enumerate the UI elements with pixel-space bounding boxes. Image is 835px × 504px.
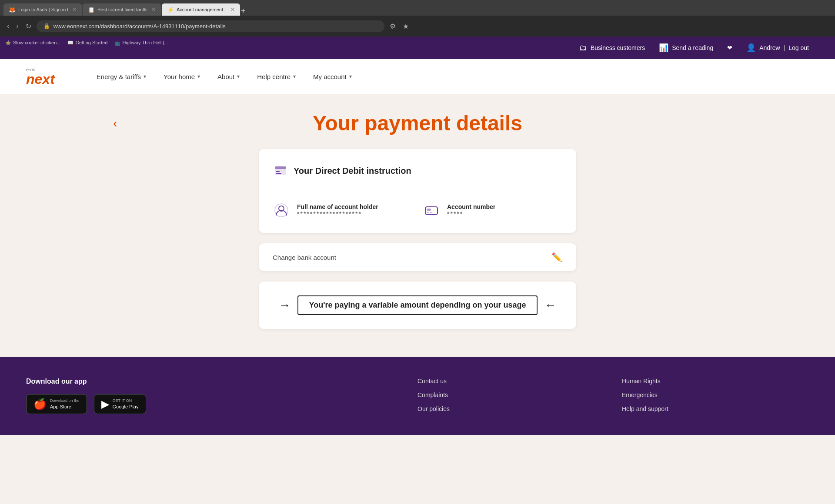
account-number-label: Account number bbox=[447, 203, 495, 210]
send-reading-label: Send a reading bbox=[672, 44, 713, 51]
change-bank-row: Change bank account ✏️ bbox=[259, 243, 576, 271]
change-bank-label: Change bank account bbox=[273, 254, 336, 261]
account-holder-info: Full name of account holder ************… bbox=[297, 203, 378, 217]
reload-button[interactable]: ↻ bbox=[24, 20, 33, 32]
footer-emergencies[interactable]: Emergencies bbox=[622, 391, 809, 398]
eon-next-logo: e·on next bbox=[26, 67, 55, 86]
svg-rect-3 bbox=[276, 173, 281, 174]
user-icon: 👤 bbox=[746, 43, 756, 53]
card-divider bbox=[259, 191, 576, 191]
browser-tab-2[interactable]: 📋 Best current fixed tariffs? ✕ bbox=[83, 3, 161, 16]
logo-area[interactable]: e·on next bbox=[26, 67, 55, 86]
bookmark-1-icon: 🍲 bbox=[5, 40, 11, 46]
tab-close-2[interactable]: ✕ bbox=[151, 7, 156, 13]
bookmark-1-label: Slow cooker chicken... bbox=[13, 40, 60, 45]
browser-titlebar: 🦊 Login to Asda | Sign in to... ✕ 📋 Best… bbox=[0, 0, 835, 16]
nav-help-centre[interactable]: Help centre ▾ bbox=[250, 70, 303, 84]
google-play-text: GET IT ON Google Play bbox=[113, 398, 139, 410]
variable-message: You're paying a variable amount dependin… bbox=[309, 301, 526, 309]
nav-your-home[interactable]: Your home ▾ bbox=[157, 70, 207, 84]
footer-links-col1: Contact us Complaints Our policies bbox=[418, 378, 605, 414]
nav-home-label: Your home bbox=[164, 73, 195, 80]
bookmark-3-label: Highway Thru Hell |... bbox=[122, 40, 168, 45]
footer-policies[interactable]: Our policies bbox=[418, 405, 605, 412]
variable-message-box: You're paying a variable amount dependin… bbox=[297, 295, 537, 315]
tab-close-1[interactable]: ✕ bbox=[72, 7, 77, 13]
footer-app-section: Download our app 🍎 Download on the App S… bbox=[26, 378, 400, 414]
card-fields: Full name of account holder ************… bbox=[273, 202, 562, 219]
logout-label[interactable]: Log out bbox=[788, 44, 809, 51]
apple-icon: 🍎 bbox=[33, 398, 47, 410]
google-play-badge[interactable]: ▶ GET IT ON Google Play bbox=[94, 394, 146, 414]
nav-my-account[interactable]: My account ▾ bbox=[306, 70, 359, 84]
svg-rect-1 bbox=[275, 166, 286, 169]
svg-rect-2 bbox=[276, 171, 280, 172]
business-customers-link[interactable]: 🗂 Business customers bbox=[579, 43, 645, 53]
footer-links-col2: Human Rights Emergencies Help and suppor… bbox=[622, 378, 809, 414]
direct-debit-header: Your Direct Debit instruction bbox=[273, 163, 562, 179]
footer-content: Download our app 🍎 Download on the App S… bbox=[26, 378, 809, 414]
footer-complaints[interactable]: Complaints bbox=[418, 391, 605, 398]
direct-debit-card: Your Direct Debit instruction Full name … bbox=[259, 149, 576, 233]
lock-icon: 🔒 bbox=[43, 23, 50, 29]
arrow-left-icon: ← bbox=[544, 298, 557, 312]
footer-human-rights[interactable]: Human Rights bbox=[622, 378, 809, 385]
zoom-button[interactable]: ⚙ bbox=[388, 20, 397, 32]
account-number-info: Account number ***** bbox=[447, 203, 495, 217]
browser-chrome: 🦊 Login to Asda | Sign in to... ✕ 📋 Best… bbox=[0, 0, 835, 36]
app-store-name: App Store bbox=[50, 404, 80, 410]
tab-close-3[interactable]: ✕ bbox=[230, 7, 235, 13]
google-play-sub-label: GET IT ON bbox=[113, 398, 139, 404]
direct-debit-title: Your Direct Debit instruction bbox=[294, 166, 411, 176]
forward-nav-button[interactable]: › bbox=[14, 20, 20, 32]
nav-energy-chevron: ▾ bbox=[144, 73, 146, 80]
heart-link[interactable]: ❤ bbox=[727, 44, 732, 51]
nav-help-label: Help centre bbox=[257, 73, 291, 80]
page-header: ‹ Your payment details bbox=[26, 111, 809, 135]
bookmark-3-icon: 📺 bbox=[114, 40, 120, 46]
bookmark-2[interactable]: 📖 Getting Started bbox=[67, 40, 107, 46]
business-icon: 🗂 bbox=[579, 43, 587, 53]
account-number-field: Account number ***** bbox=[423, 202, 562, 219]
browser-tab-3[interactable]: ⚡ Account management | Pa ✕ bbox=[162, 3, 240, 16]
back-nav-button[interactable]: ‹ bbox=[5, 20, 11, 32]
address-text: www.eonnext.com/dashboard/accounts/A-149… bbox=[53, 23, 226, 30]
change-bank-card: Change bank account ✏️ bbox=[259, 243, 576, 271]
address-bar[interactable]: 🔒 www.eonnext.com/dashboard/accounts/A-1… bbox=[37, 20, 384, 32]
footer-help-support[interactable]: Help and support bbox=[622, 405, 809, 412]
nav-about[interactable]: About ▾ bbox=[210, 70, 247, 84]
logo-next-text: next bbox=[26, 72, 55, 86]
send-reading-link[interactable]: 📊 Send a reading bbox=[659, 43, 713, 53]
account-holder-label: Full name of account holder bbox=[297, 203, 378, 210]
browser-tabs: 🦊 Login to Asda | Sign in to... ✕ 📋 Best… bbox=[3, 0, 246, 16]
nav-about-chevron: ▾ bbox=[237, 73, 240, 80]
app-store-sub-label: Download on the bbox=[50, 398, 80, 404]
main-nav: e·on next Energy & tariffs ▾ Your home ▾… bbox=[0, 59, 835, 94]
account-holder-field: Full name of account holder ************… bbox=[273, 202, 412, 219]
svg-rect-7 bbox=[427, 209, 431, 211]
nav-account-chevron: ▾ bbox=[349, 73, 352, 80]
nav-account-label: My account bbox=[313, 73, 347, 80]
app-store-badge[interactable]: 🍎 Download on the App Store bbox=[26, 394, 87, 414]
bookmark-2-label: Getting Started bbox=[75, 40, 107, 45]
footer-contact-us[interactable]: Contact us bbox=[418, 378, 605, 385]
variable-amount-card: → You're paying a variable amount depend… bbox=[259, 282, 576, 329]
app-badges: 🍎 Download on the App Store ▶ GET IT ON … bbox=[26, 394, 400, 414]
nav-home-chevron: ▾ bbox=[197, 73, 200, 80]
edit-icon[interactable]: ✏️ bbox=[551, 252, 562, 262]
business-customers-label: Business customers bbox=[591, 44, 645, 51]
divider: | bbox=[784, 44, 785, 51]
footer: Download our app 🍎 Download on the App S… bbox=[0, 357, 835, 435]
bookmark-button[interactable]: ★ bbox=[401, 20, 411, 32]
back-button[interactable]: ‹ bbox=[113, 116, 117, 130]
arrow-right-icon: → bbox=[278, 298, 291, 312]
bookmark-1[interactable]: 🍲 Slow cooker chicken... bbox=[5, 40, 60, 46]
nav-energy-tariffs[interactable]: Energy & tariffs ▾ bbox=[90, 70, 153, 84]
new-tab-button[interactable]: + bbox=[241, 7, 246, 16]
browser-tab-1[interactable]: 🦊 Login to Asda | Sign in to... ✕ bbox=[3, 3, 82, 16]
user-profile-link[interactable]: 👤 Andrew | Log out bbox=[746, 43, 809, 53]
svg-rect-8 bbox=[427, 212, 429, 213]
browser-addressbar: ‹ › ↻ 🔒 www.eonnext.com/dashboard/accoun… bbox=[0, 16, 835, 36]
bookmark-3[interactable]: 📺 Highway Thru Hell |... bbox=[114, 40, 168, 46]
page-content: ‹ Your payment details Your Direct Debit… bbox=[0, 94, 835, 357]
